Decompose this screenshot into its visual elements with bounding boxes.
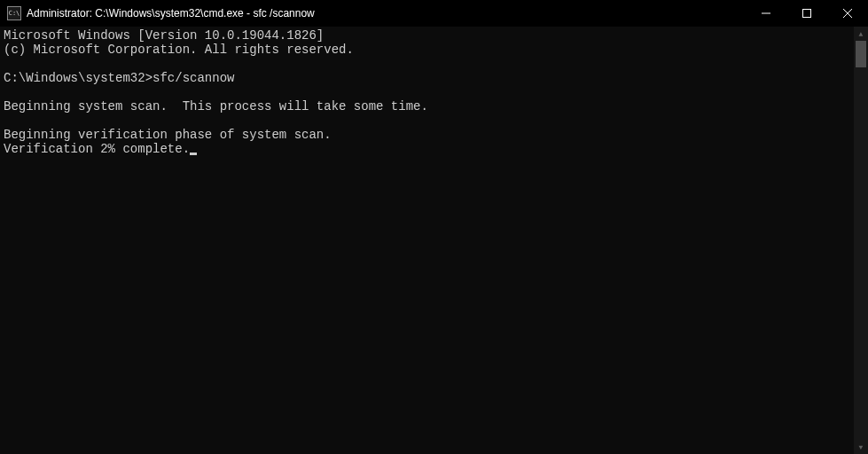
copyright-line: (c) Microsoft Corporation. All rights re… bbox=[4, 43, 354, 57]
minimize-button[interactable] bbox=[746, 0, 786, 27]
verification-begin-line: Beginning verification phase of system s… bbox=[4, 128, 332, 142]
maximize-icon bbox=[802, 9, 811, 18]
scrollbar-up-button[interactable]: ▲ bbox=[854, 27, 868, 41]
svg-rect-0 bbox=[803, 10, 811, 18]
close-button[interactable] bbox=[827, 0, 868, 27]
cmd-icon-label: C:\ bbox=[9, 11, 20, 17]
window-title: Administrator: C:\Windows\system32\cmd.e… bbox=[27, 7, 746, 20]
scrollbar-down-button[interactable]: ▼ bbox=[854, 440, 868, 454]
window-controls bbox=[746, 0, 868, 27]
command: sfc/scannow bbox=[152, 71, 234, 85]
window-titlebar[interactable]: C:\ Administrator: C:\Windows\system32\c… bbox=[0, 0, 868, 27]
maximize-button[interactable] bbox=[786, 0, 827, 27]
scan-begin-line: Beginning system scan. This process will… bbox=[4, 99, 428, 114]
close-icon bbox=[843, 9, 852, 18]
minimize-icon bbox=[762, 9, 770, 18]
verification-progress-line: Verification 2% complete. bbox=[4, 142, 190, 156]
scrollbar-thumb[interactable] bbox=[856, 41, 866, 67]
vertical-scrollbar[interactable]: ▲ ▼ bbox=[854, 27, 868, 454]
terminal-wrapper: Microsoft Windows [Version 10.0.19044.18… bbox=[0, 27, 868, 454]
version-line: Microsoft Windows [Version 10.0.19044.18… bbox=[4, 28, 324, 43]
prompt: C:\Windows\system32> bbox=[4, 71, 152, 85]
cmd-icon: C:\ bbox=[7, 6, 21, 20]
terminal-cursor bbox=[190, 153, 197, 155]
terminal-output[interactable]: Microsoft Windows [Version 10.0.19044.18… bbox=[0, 27, 854, 454]
